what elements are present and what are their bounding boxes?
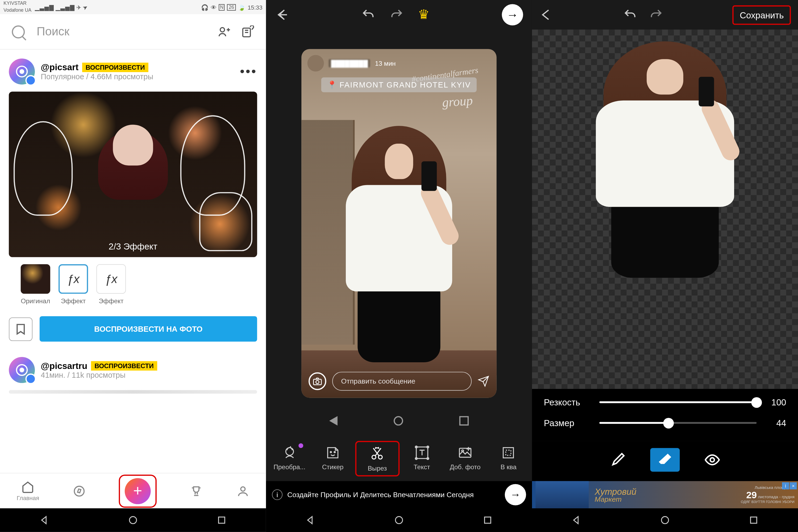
slider-size[interactable]: Размер 44: [544, 418, 786, 428]
post-header: @picsart ВОСПРОИЗВЕСТИ Популярное / 4.66…: [9, 58, 257, 84]
svg-rect-24: [503, 448, 514, 458]
svg-point-6: [74, 486, 84, 496]
headphones-icon: 🎧: [201, 4, 208, 10]
ad-info-icon[interactable]: i: [782, 482, 789, 490]
cutout-canvas[interactable]: [532, 30, 798, 389]
crown-icon[interactable]: ♛: [418, 7, 430, 23]
back-icon[interactable]: [571, 515, 582, 525]
search-icon: [12, 25, 25, 38]
redo-icon[interactable]: [649, 8, 663, 22]
svg-point-0: [220, 27, 225, 32]
nav-challenges[interactable]: [190, 484, 203, 497]
loading-placeholder: [9, 390, 257, 394]
editor-tools: Преобра... Стикер Вырез Текст Доб. фото …: [266, 436, 532, 481]
replay-button[interactable]: ВОСПРОИЗВЕСТИ НА ФОТО: [40, 316, 257, 342]
svg-point-28: [710, 458, 715, 462]
ad-close-icon[interactable]: ×: [790, 482, 797, 490]
save-button[interactable]: Сохранить: [733, 5, 791, 24]
notification-icon[interactable]: [241, 25, 254, 38]
tool-brush[interactable]: [603, 448, 632, 472]
more-icon[interactable]: •••: [240, 64, 257, 79]
clock: 15:33: [248, 4, 263, 10]
avatar[interactable]: [9, 357, 35, 383]
thumb-original[interactable]: Оригинал: [21, 264, 50, 304]
system-nav: [0, 508, 266, 532]
home-icon[interactable]: [128, 515, 138, 525]
svg-point-7: [241, 487, 245, 491]
pin-icon: 📍: [327, 80, 337, 89]
svg-point-21: [427, 457, 429, 459]
tool-transform[interactable]: Преобра...: [268, 441, 310, 476]
camera-icon: [308, 373, 326, 390]
nav-explore[interactable]: [72, 484, 86, 497]
next-button[interactable]: →: [502, 4, 523, 25]
back-icon[interactable]: [305, 515, 316, 525]
alarm-icon: 👁: [211, 4, 216, 10]
svg-point-5: [19, 367, 24, 373]
send-icon: [477, 375, 489, 387]
tool-sticker[interactable]: Стикер: [312, 441, 354, 476]
ad-text: Создайте Профиль И Делитесь Впечатлениям…: [287, 491, 500, 499]
story-time: 13 мин: [375, 60, 396, 67]
thumb-effect-2[interactable]: ƒx Эффект: [96, 264, 126, 304]
ad-banner[interactable]: i Создайте Профиль И Делитесь Впечатлени…: [266, 481, 532, 508]
svg-point-29: [662, 517, 669, 524]
story-username: ████████: [329, 59, 370, 67]
ad-banner[interactable]: Хутровий Маркет Львівська площа, 8A 29 л…: [532, 481, 798, 508]
svg-point-18: [415, 446, 417, 448]
recent-icon[interactable]: [482, 515, 493, 525]
post2-header: @picsartru ВОСПРОИЗВЕСТИ 41мин. / 11k пр…: [9, 357, 257, 383]
tool-text[interactable]: Текст: [401, 441, 443, 476]
undo-icon[interactable]: [361, 8, 375, 22]
avatar[interactable]: [9, 58, 35, 84]
tool-eraser[interactable]: [650, 448, 680, 472]
back-icon[interactable]: [275, 8, 289, 22]
tool-add-photo[interactable]: Доб. фото: [444, 441, 486, 476]
system-nav: [532, 508, 798, 532]
back-icon[interactable]: [539, 8, 553, 22]
username[interactable]: @picsartru: [41, 360, 87, 370]
username[interactable]: @picsart: [41, 62, 78, 72]
status-bar: KYIVSTAR Vodafone UA ▁▃▅▇ ▁▃▅▇ ✈ ➤ 🎧 👁 N…: [0, 0, 266, 14]
tool-preview[interactable]: [698, 448, 727, 472]
svg-rect-25: [506, 450, 511, 455]
editor-canvas[interactable]: ████████ 13 мин #continentalfarmers 📍 FA…: [266, 30, 532, 405]
tool-cutout[interactable]: Вырез: [355, 441, 400, 476]
story-location: 📍 FAIRMONT GRAND HOTEL KYIV: [321, 77, 477, 92]
create-button[interactable]: +: [125, 478, 151, 504]
back-icon[interactable]: [39, 515, 50, 525]
nav-home[interactable]: Главная: [17, 480, 39, 501]
post-subtitle: Популярное / 4.66M просмотры: [41, 72, 153, 81]
svg-point-3: [19, 69, 24, 74]
redo-icon[interactable]: [390, 8, 403, 22]
ad-info-icon[interactable]: i: [272, 490, 283, 500]
system-nav: [266, 508, 532, 532]
slider-sharpness[interactable]: Резкость 100: [544, 397, 786, 407]
undo-icon[interactable]: [623, 8, 637, 22]
recent-icon[interactable]: [216, 515, 227, 525]
post-image[interactable]: 2/3 Эффект: [9, 92, 257, 257]
story-message: Отправить сообщение: [332, 372, 472, 391]
carrier-2: Vodafone UA: [3, 8, 32, 13]
svg-rect-9: [218, 517, 225, 523]
search-bar[interactable]: Поиск: [0, 14, 266, 50]
thumb-effect-1[interactable]: ƒx Эффект: [58, 264, 88, 304]
nav-profile[interactable]: [236, 484, 249, 497]
ad-title: Хутровий Маркет: [589, 487, 741, 503]
home-icon[interactable]: [660, 515, 670, 525]
add-friend-icon[interactable]: [217, 25, 231, 38]
eco-icon: 🍃: [238, 4, 245, 10]
svg-point-20: [415, 457, 417, 459]
post-subtitle: 41мин. / 11k просмотры: [41, 370, 157, 379]
svg-point-11: [316, 380, 319, 384]
bookmark-button[interactable]: [9, 317, 33, 341]
sliders: Резкость 100 Размер 44: [532, 389, 798, 441]
plus-icon: +: [133, 482, 142, 500]
bottom-nav: Главная +: [0, 473, 266, 508]
effect-thumbnails: Оригинал ƒx Эффект ƒx Эффект: [9, 257, 257, 311]
recent-icon[interactable]: [748, 515, 759, 525]
ad-arrow-icon[interactable]: →: [505, 484, 526, 506]
home-icon[interactable]: [394, 515, 404, 525]
tool-fit[interactable]: В ква: [487, 441, 529, 476]
svg-point-8: [130, 517, 137, 524]
